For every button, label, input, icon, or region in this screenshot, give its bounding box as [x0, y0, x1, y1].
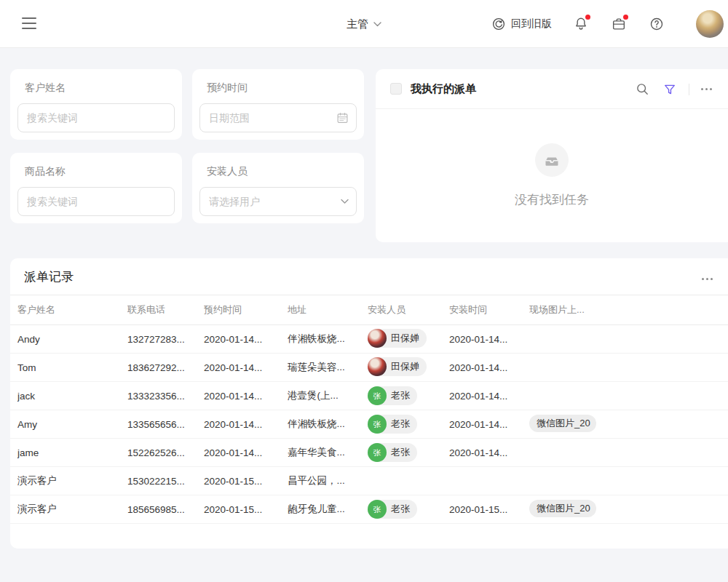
records-title: 派单记录 [24, 268, 74, 285]
task-badge [623, 15, 628, 20]
column-header[interactable]: 安装人员 [368, 303, 449, 316]
installer-pill: 张老张 [368, 443, 417, 462]
cell-appoint-time: 2020-01-15... [204, 476, 288, 487]
installer-avatar [368, 357, 387, 376]
installer-pill: 张老张 [368, 415, 417, 434]
image-file-tag[interactable]: 微信图片_20 [529, 500, 596, 517]
cell-address: 港壹煲(上... [288, 389, 368, 402]
cell-phone: 133565656... [127, 419, 204, 430]
installer-avatar: 张 [368, 415, 387, 434]
filter-label: 安装人员 [199, 165, 357, 178]
user-avatar[interactable] [696, 10, 724, 38]
column-header[interactable]: 联系电话 [127, 303, 204, 316]
installer-pill: 张老张 [368, 500, 417, 519]
date-range-input[interactable] [199, 103, 357, 132]
table-row[interactable]: Andy 132727283... 2020-01-14... 伴湘铁板烧...… [10, 325, 728, 354]
installer-avatar: 张 [368, 443, 387, 462]
installer-name: 老张 [391, 389, 410, 402]
my-dispatch-panel: 我执行的派单 没有找到任务 [376, 69, 728, 242]
dispatch-records-card: 派单记录 客户姓名 联系电话 预约时间 地址 安装人员 安装时间 现场图片上..… [10, 258, 728, 549]
installer-avatar: 张 [368, 386, 387, 405]
notifications-button[interactable] [572, 15, 590, 33]
panel-more-button[interactable] [700, 85, 713, 93]
installer-name: 田保婵 [391, 332, 419, 345]
table-row[interactable]: jame 152262526... 2020-01-14... 嘉年华美食...… [10, 439, 728, 467]
cell-installer: 张老张 [368, 386, 449, 405]
cell-installer: 张老张 [368, 500, 449, 519]
calendar-icon[interactable] [336, 112, 349, 124]
back-to-old-version-label: 回到旧版 [511, 17, 552, 31]
installer-name: 老张 [391, 446, 410, 459]
column-header[interactable]: 安装时间 [449, 303, 529, 316]
cell-install-time: 2020-01-14... [449, 419, 529, 430]
table-row[interactable]: Tom 183627292... 2020-01-14... 瑞莲朵美容... … [10, 354, 728, 382]
search-icon [636, 82, 649, 96]
cell-appoint-time: 2020-01-15... [204, 504, 288, 515]
cell-installer: 田保婵 [368, 357, 449, 378]
installer-name: 老张 [391, 503, 410, 516]
search-button[interactable] [633, 81, 651, 98]
cell-customer-name: Tom [17, 362, 127, 373]
installer-pill: 田保婵 [368, 357, 427, 376]
table-row[interactable]: Amy 133565656... 2020-01-14... 伴湘铁板烧... … [10, 410, 728, 439]
column-header[interactable]: 现场图片上... [529, 303, 728, 316]
cell-install-time: 2020-01-15... [449, 504, 529, 515]
filter-label: 客户姓名 [17, 81, 175, 95]
select-all-checkbox[interactable] [390, 83, 402, 95]
customer-name-input[interactable] [17, 103, 175, 132]
filter-label: 预约时间 [199, 81, 357, 95]
divider [689, 84, 689, 95]
rollback-icon [492, 17, 505, 31]
cell-install-time: 2020-01-14... [449, 362, 529, 373]
cell-appoint-time: 2020-01-14... [204, 447, 288, 458]
cell-install-time: 2020-01-14... [449, 447, 529, 458]
installer-name: 田保婵 [391, 360, 419, 373]
table-row[interactable]: jack 133323356... 2020-01-14... 港壹煲(上...… [10, 382, 728, 410]
cell-customer-name: 演示客户 [17, 474, 127, 487]
cell-customer-name: 演示客户 [17, 503, 127, 516]
cell-address: 伴湘铁板烧... [288, 418, 368, 431]
back-to-old-version-button[interactable]: 回到旧版 [492, 17, 552, 31]
installer-avatar: 张 [368, 500, 387, 519]
question-icon [649, 16, 665, 32]
cell-installer: 张老张 [368, 415, 449, 434]
notification-badge [585, 15, 590, 20]
installer-pill: 张老张 [368, 386, 417, 405]
filter-label: 商品名称 [17, 165, 175, 178]
inbox-icon [543, 151, 561, 169]
product-name-input[interactable] [17, 187, 175, 216]
panel-title: 我执行的派单 [411, 82, 476, 96]
column-header[interactable]: 预约时间 [204, 303, 288, 316]
filter-card-installer: 安装人员 [192, 153, 364, 223]
cell-address: 昌平公园，... [288, 474, 368, 487]
help-button[interactable] [648, 15, 665, 33]
column-header[interactable]: 客户姓名 [17, 303, 127, 316]
workspace-title: 主管 [347, 17, 368, 31]
task-center-button[interactable] [610, 15, 628, 33]
installer-avatar [368, 329, 387, 348]
cell-phone: 183627292... [127, 362, 204, 373]
records-more-button[interactable] [700, 275, 714, 283]
cell-image: 微信图片_20 [529, 415, 728, 434]
cell-installer: 张老张 [368, 443, 449, 462]
cell-customer-name: jame [17, 447, 127, 458]
chevron-down-icon [373, 22, 381, 27]
cell-appoint-time: 2020-01-14... [204, 419, 288, 430]
funnel-icon [663, 83, 676, 96]
cell-image: 微信图片_20 [529, 500, 728, 519]
filter-button[interactable] [661, 81, 678, 98]
filter-card-customer-name: 客户姓名 [10, 69, 182, 140]
cell-phone: 133323356... [127, 391, 204, 402]
table-row[interactable]: 演示客户 153022215... 2020-01-15... 昌平公园，... [10, 467, 728, 495]
image-file-tag[interactable]: 微信图片_20 [529, 415, 596, 432]
installer-select[interactable] [199, 187, 357, 216]
top-header: 主管 回到旧版 [0, 0, 728, 48]
table-row[interactable]: 演示客户 185656985... 2020-01-15... 龅牙兔儿童...… [10, 495, 728, 524]
cell-customer-name: jack [17, 391, 127, 402]
installer-name: 老张 [391, 418, 410, 431]
chevron-down-icon [341, 199, 349, 204]
cell-phone: 152262526... [127, 447, 204, 458]
cell-install-time: 2020-01-14... [449, 391, 529, 402]
column-header[interactable]: 地址 [288, 303, 368, 316]
cell-install-time: 2020-01-14... [449, 334, 529, 345]
